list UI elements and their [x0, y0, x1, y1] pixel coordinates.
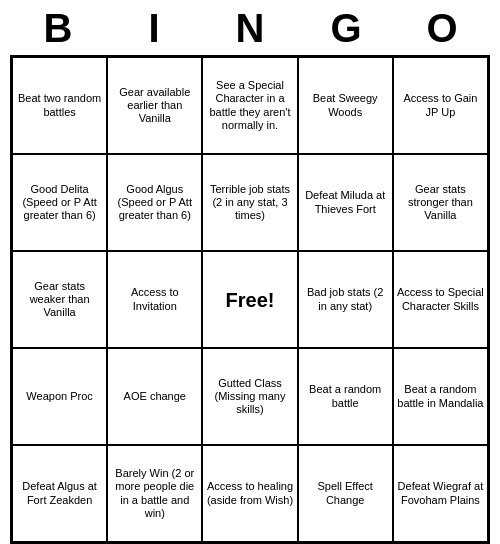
- bingo-cell-r3-c0[interactable]: Weapon Proc: [12, 348, 107, 445]
- bingo-cell-r2-c0[interactable]: Gear stats weaker than Vanilla: [12, 251, 107, 348]
- bingo-cell-r4-c3[interactable]: Spell Effect Change: [298, 445, 393, 542]
- bingo-cell-r1-c3[interactable]: Defeat Miluda at Thieves Fort: [298, 154, 393, 251]
- bingo-cell-r3-c2[interactable]: Gutted Class (Missing many skills): [202, 348, 297, 445]
- bingo-letter-B: B: [14, 6, 102, 51]
- bingo-cell-r4-c0[interactable]: Defeat Algus at Fort Zeakden: [12, 445, 107, 542]
- bingo-cell-r0-c3[interactable]: Beat Sweegy Woods: [298, 57, 393, 154]
- bingo-cell-r2-c1[interactable]: Access to Invitation: [107, 251, 202, 348]
- bingo-cell-r3-c4[interactable]: Beat a random battle in Mandalia: [393, 348, 488, 445]
- bingo-letter-I: I: [110, 6, 198, 51]
- bingo-cell-r0-c4[interactable]: Access to Gain JP Up: [393, 57, 488, 154]
- bingo-cell-r4-c2[interactable]: Access to healing (aside from Wish): [202, 445, 297, 542]
- bingo-cell-r0-c2[interactable]: See a Special Character in a battle they…: [202, 57, 297, 154]
- bingo-title: BINGO: [10, 0, 490, 55]
- bingo-cell-r0-c0[interactable]: Beat two random battles: [12, 57, 107, 154]
- bingo-cell-r4-c4[interactable]: Defeat Wiegraf at Fovoham Plains: [393, 445, 488, 542]
- bingo-letter-G: G: [302, 6, 390, 51]
- bingo-cell-r1-c1[interactable]: Good Algus (Speed or P Att greater than …: [107, 154, 202, 251]
- bingo-grid: Beat two random battlesGear available ea…: [10, 55, 490, 544]
- bingo-cell-r1-c0[interactable]: Good Delita (Speed or P Att greater than…: [12, 154, 107, 251]
- bingo-cell-r1-c2[interactable]: Terrible job stats (2 in any stat, 3 tim…: [202, 154, 297, 251]
- bingo-cell-r3-c1[interactable]: AOE change: [107, 348, 202, 445]
- bingo-cell-r2-c3[interactable]: Bad job stats (2 in any stat): [298, 251, 393, 348]
- bingo-cell-r4-c1[interactable]: Barely Win (2 or more people die in a ba…: [107, 445, 202, 542]
- bingo-cell-r1-c4[interactable]: Gear stats stronger than Vanilla: [393, 154, 488, 251]
- bingo-cell-r0-c1[interactable]: Gear available earlier than Vanilla: [107, 57, 202, 154]
- bingo-letter-O: O: [398, 6, 486, 51]
- bingo-letter-N: N: [206, 6, 294, 51]
- bingo-cell-r2-c4[interactable]: Access to Special Character Skills: [393, 251, 488, 348]
- bingo-cell-r3-c3[interactable]: Beat a random battle: [298, 348, 393, 445]
- bingo-cell-r2-c2[interactable]: Free!: [202, 251, 297, 348]
